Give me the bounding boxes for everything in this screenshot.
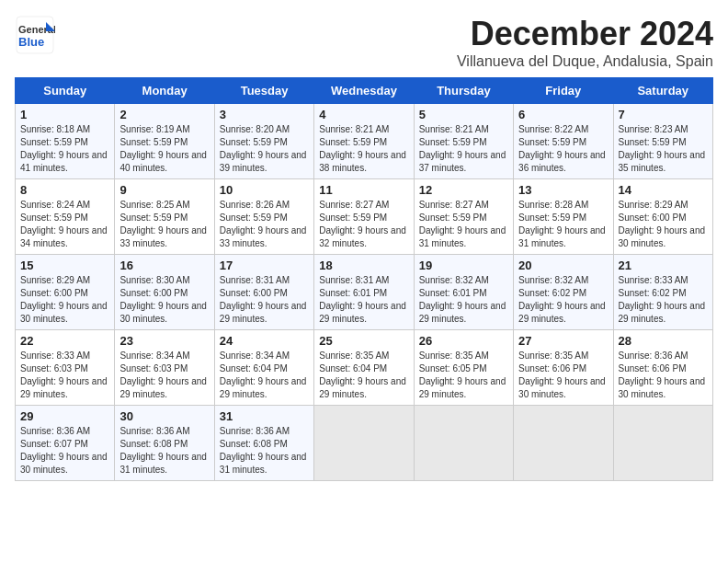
day-number: 31 [220,409,309,423]
header-day-saturday: Saturday [613,78,712,104]
day-info: Sunrise: 8:35 AM Sunset: 6:06 PM Dayligh… [518,350,608,401]
day-number: 28 [619,334,708,348]
day-number: 11 [319,183,408,197]
day-number: 13 [518,183,608,197]
svg-text:Blue: Blue [18,35,44,49]
day-number: 7 [619,108,708,121]
header-day-wednesday: Wednesday [314,78,414,104]
calendar-cell: 5Sunrise: 8:21 AM Sunset: 5:59 PM Daylig… [414,104,513,179]
day-info: Sunrise: 8:36 AM Sunset: 6:07 PM Dayligh… [20,425,109,477]
day-number: 8 [20,183,109,197]
calendar-header: SundayMondayTuesdayWednesdayThursdayFrid… [16,78,713,104]
day-info: Sunrise: 8:22 AM Sunset: 5:59 PM Dayligh… [518,123,608,175]
calendar-body: 1Sunrise: 8:18 AM Sunset: 5:59 PM Daylig… [16,104,713,481]
day-info: Sunrise: 8:35 AM Sunset: 6:04 PM Dayligh… [319,350,408,401]
calendar-cell: 12Sunrise: 8:27 AM Sunset: 5:59 PM Dayli… [414,179,513,255]
location-subtitle: Villanueva del Duque, Andalusia, Spain [457,53,713,70]
calendar-cell: 17Sunrise: 8:31 AM Sunset: 6:00 PM Dayli… [214,255,313,330]
calendar-cell: 31Sunrise: 8:36 AM Sunset: 6:08 PM Dayli… [214,406,313,481]
calendar-cell: 8Sunrise: 8:24 AM Sunset: 5:59 PM Daylig… [16,179,115,255]
calendar-cell: 19Sunrise: 8:32 AM Sunset: 6:01 PM Dayli… [414,255,513,330]
calendar-cell: 6Sunrise: 8:22 AM Sunset: 5:59 PM Daylig… [514,104,613,179]
day-number: 3 [220,108,309,121]
day-info: Sunrise: 8:33 AM Sunset: 6:02 PM Dayligh… [619,274,708,326]
calendar-cell: 2Sunrise: 8:19 AM Sunset: 5:59 PM Daylig… [115,104,214,179]
calendar-cell: 3Sunrise: 8:20 AM Sunset: 5:59 PM Daylig… [214,104,313,179]
calendar-cell: 21Sunrise: 8:33 AM Sunset: 6:02 PM Dayli… [613,255,712,330]
calendar-cell: 13Sunrise: 8:28 AM Sunset: 5:59 PM Dayli… [514,179,613,255]
day-info: Sunrise: 8:31 AM Sunset: 6:00 PM Dayligh… [220,274,309,326]
week-row-2: 8Sunrise: 8:24 AM Sunset: 5:59 PM Daylig… [16,179,713,255]
calendar-cell: 24Sunrise: 8:34 AM Sunset: 6:04 PM Dayli… [214,330,313,406]
day-number: 2 [119,108,209,121]
calendar-cell: 29Sunrise: 8:36 AM Sunset: 6:07 PM Dayli… [16,406,115,481]
day-number: 24 [220,334,309,348]
calendar-cell: 14Sunrise: 8:29 AM Sunset: 6:00 PM Dayli… [613,179,712,255]
day-info: Sunrise: 8:26 AM Sunset: 5:59 PM Dayligh… [220,199,309,250]
day-number: 23 [119,334,209,348]
day-info: Sunrise: 8:28 AM Sunset: 5:59 PM Dayligh… [518,199,608,250]
logo: General Blue [15,15,59,55]
day-info: Sunrise: 8:19 AM Sunset: 5:59 PM Dayligh… [119,123,209,175]
day-info: Sunrise: 8:18 AM Sunset: 5:59 PM Dayligh… [20,123,109,175]
day-number: 15 [20,259,109,272]
calendar-cell: 18Sunrise: 8:31 AM Sunset: 6:01 PM Dayli… [314,255,414,330]
header-day-tuesday: Tuesday [214,78,313,104]
day-info: Sunrise: 8:29 AM Sunset: 6:00 PM Dayligh… [619,199,708,250]
page-header: General Blue December 2024 Villanueva de… [15,15,713,70]
calendar-cell [314,406,414,481]
week-row-5: 29Sunrise: 8:36 AM Sunset: 6:07 PM Dayli… [16,406,713,481]
day-info: Sunrise: 8:32 AM Sunset: 6:02 PM Dayligh… [518,274,608,326]
day-number: 20 [518,259,608,272]
header-day-sunday: Sunday [16,78,115,104]
day-info: Sunrise: 8:21 AM Sunset: 5:59 PM Dayligh… [419,123,508,175]
calendar-table: SundayMondayTuesdayWednesdayThursdayFrid… [15,77,713,481]
week-row-3: 15Sunrise: 8:29 AM Sunset: 6:00 PM Dayli… [16,255,713,330]
calendar-cell: 4Sunrise: 8:21 AM Sunset: 5:59 PM Daylig… [314,104,414,179]
logo-icon: General Blue [15,15,55,55]
day-number: 14 [619,183,708,197]
day-info: Sunrise: 8:29 AM Sunset: 6:00 PM Dayligh… [20,274,109,326]
day-info: Sunrise: 8:34 AM Sunset: 6:04 PM Dayligh… [220,350,309,401]
day-info: Sunrise: 8:33 AM Sunset: 6:03 PM Dayligh… [20,350,109,401]
calendar-cell: 15Sunrise: 8:29 AM Sunset: 6:00 PM Dayli… [16,255,115,330]
day-number: 27 [518,334,608,348]
week-row-1: 1Sunrise: 8:18 AM Sunset: 5:59 PM Daylig… [16,104,713,179]
calendar-cell: 30Sunrise: 8:36 AM Sunset: 6:08 PM Dayli… [115,406,214,481]
week-row-4: 22Sunrise: 8:33 AM Sunset: 6:03 PM Dayli… [16,330,713,406]
day-info: Sunrise: 8:36 AM Sunset: 6:08 PM Dayligh… [119,425,209,477]
day-info: Sunrise: 8:27 AM Sunset: 5:59 PM Dayligh… [419,199,508,250]
title-block: December 2024 Villanueva del Duque, Anda… [457,15,713,70]
day-info: Sunrise: 8:36 AM Sunset: 6:06 PM Dayligh… [619,350,708,401]
day-info: Sunrise: 8:32 AM Sunset: 6:01 PM Dayligh… [419,274,508,326]
calendar-cell: 23Sunrise: 8:34 AM Sunset: 6:03 PM Dayli… [115,330,214,406]
calendar-cell: 22Sunrise: 8:33 AM Sunset: 6:03 PM Dayli… [16,330,115,406]
calendar-cell: 28Sunrise: 8:36 AM Sunset: 6:06 PM Dayli… [613,330,712,406]
calendar-cell: 16Sunrise: 8:30 AM Sunset: 6:00 PM Dayli… [115,255,214,330]
day-info: Sunrise: 8:21 AM Sunset: 5:59 PM Dayligh… [319,123,408,175]
day-number: 29 [20,409,109,423]
calendar-cell: 26Sunrise: 8:35 AM Sunset: 6:05 PM Dayli… [414,330,513,406]
calendar-cell: 11Sunrise: 8:27 AM Sunset: 5:59 PM Dayli… [314,179,414,255]
day-number: 9 [119,183,209,197]
day-info: Sunrise: 8:27 AM Sunset: 5:59 PM Dayligh… [319,199,408,250]
day-number: 17 [220,259,309,272]
day-info: Sunrise: 8:34 AM Sunset: 6:03 PM Dayligh… [119,350,209,401]
calendar-cell: 1Sunrise: 8:18 AM Sunset: 5:59 PM Daylig… [16,104,115,179]
day-info: Sunrise: 8:30 AM Sunset: 6:00 PM Dayligh… [119,274,209,326]
day-number: 1 [20,108,109,121]
day-number: 21 [619,259,708,272]
header-day-monday: Monday [115,78,214,104]
day-info: Sunrise: 8:23 AM Sunset: 5:59 PM Dayligh… [619,123,708,175]
calendar-cell: 10Sunrise: 8:26 AM Sunset: 5:59 PM Dayli… [214,179,313,255]
header-row: SundayMondayTuesdayWednesdayThursdayFrid… [16,78,713,104]
header-day-friday: Friday [514,78,613,104]
day-number: 16 [119,259,209,272]
header-day-thursday: Thursday [414,78,513,104]
day-info: Sunrise: 8:24 AM Sunset: 5:59 PM Dayligh… [20,199,109,250]
day-number: 18 [319,259,408,272]
day-number: 19 [419,259,508,272]
calendar-cell: 7Sunrise: 8:23 AM Sunset: 5:59 PM Daylig… [613,104,712,179]
calendar-cell: 20Sunrise: 8:32 AM Sunset: 6:02 PM Dayli… [514,255,613,330]
day-number: 6 [518,108,608,121]
